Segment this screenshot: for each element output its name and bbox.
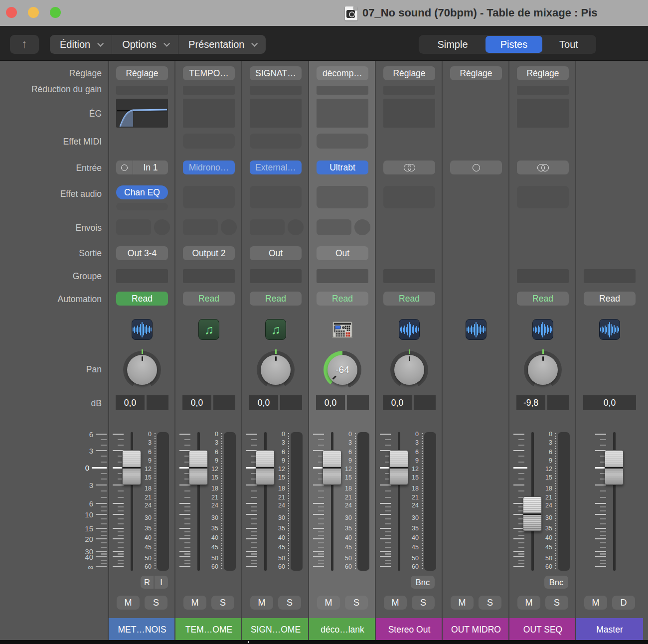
volume-value[interactable]: 0,0 [182,395,211,410]
send-slot[interactable] [116,219,151,235]
solo-button[interactable]: S [211,596,234,610]
mute-button[interactable]: M [250,596,273,610]
group-slot[interactable] [250,269,302,283]
send-slot[interactable] [183,219,218,235]
output-button[interactable]: Out [317,246,368,260]
audio-effect-slot[interactable] [317,186,368,208]
menu-presentation[interactable]: Présentation [178,35,266,54]
track-name[interactable]: OUT MIDRO [443,618,509,641]
group-slot[interactable] [584,269,636,283]
bounce-button[interactable]: Bnc [544,576,568,589]
send-knob[interactable] [154,219,170,235]
group-slot[interactable] [317,269,368,283]
solo-button[interactable]: S [278,596,301,610]
minimize-window-button[interactable] [28,7,39,18]
input-button[interactable] [383,161,435,174]
eq-display[interactable] [250,99,302,128]
menu-options[interactable]: Options [112,35,178,54]
up-arrow-button[interactable]: ↑ [10,35,39,54]
channel-settings-button[interactable]: SIGNAT… [250,66,302,80]
input-button[interactable] [450,161,502,174]
automation-mode-button[interactable]: Read [317,292,368,306]
automation-mode-button[interactable]: Read [383,292,435,306]
menu-edition[interactable]: Édition [50,35,112,54]
pan-knob[interactable]: -64 [324,351,361,389]
track-name[interactable]: MET…NOIS [109,618,175,641]
output-button[interactable]: Out [250,246,302,260]
peak-value-box[interactable] [280,395,302,410]
eq-display[interactable] [317,99,368,128]
track-name[interactable]: déco…lank [309,618,376,641]
bounce-button[interactable]: Bnc [411,576,435,589]
pan-knob[interactable] [123,351,161,389]
channel-settings-button[interactable]: Réglage [517,66,569,80]
midi-effect-slot[interactable] [250,134,302,149]
peak-value-box[interactable] [213,395,235,410]
output-button[interactable]: Out 3-4 [116,246,168,260]
channel-settings-button[interactable]: décomp… [317,66,368,80]
track-name[interactable]: Master [576,618,643,641]
output-button[interactable]: Output 2 [183,246,235,260]
mute-button[interactable]: M [183,596,206,610]
send-slot[interactable] [317,219,351,235]
peak-value-box[interactable] [347,395,369,410]
input-button[interactable]: Midrono… [183,161,235,174]
view-simple-button[interactable]: Simple [420,36,486,53]
solo-button[interactable]: S [345,596,368,610]
audio-effect-slot[interactable] [517,186,569,208]
mute-button[interactable]: M [384,596,407,610]
volume-value[interactable]: 0,0 [249,395,278,410]
automation-mode-button[interactable]: Read [250,292,302,306]
pan-knob[interactable] [390,351,428,389]
track-name[interactable]: SIGN…OME [242,618,309,641]
input-button[interactable]: External… [250,161,302,174]
audio-effect-slot[interactable] [250,186,302,208]
eq-display[interactable] [183,99,235,128]
audio-effect-slot[interactable] [116,203,168,210]
midi-effect-slot[interactable] [317,134,368,149]
volume-value[interactable]: 0,0 [583,395,636,410]
audio-effect-slot[interactable] [183,186,235,208]
input-button[interactable] [517,161,569,174]
channel-settings-button[interactable]: Réglage [116,66,168,80]
eq-display[interactable] [383,99,435,128]
automation-mode-button[interactable]: Read [183,292,235,306]
automation-mode-button[interactable]: Read [116,292,168,306]
group-slot[interactable] [517,269,569,283]
mute-button[interactable]: M [584,596,607,610]
send-knob[interactable] [221,219,237,235]
automation-mode-button[interactable]: Read [517,292,569,306]
view-tout-button[interactable]: Tout [542,36,595,53]
input-monitor-button[interactable]: I [155,576,168,589]
track-name[interactable]: OUT SEQ [509,618,576,641]
channel-settings-button[interactable]: Réglage [383,66,435,80]
eq-display[interactable] [517,99,569,128]
send-knob[interactable] [354,219,370,235]
send-slot[interactable] [250,219,285,235]
channel-settings-button[interactable]: Réglage [450,66,502,80]
scroll-indicator[interactable] [248,641,249,643]
channel-settings-button[interactable]: TEMPO… [183,66,235,80]
send-knob[interactable] [288,219,304,235]
audio-effect-slot[interactable] [383,186,435,208]
mute-button[interactable]: M [451,596,474,610]
solo-button[interactable]: S [145,596,167,610]
dim-button[interactable]: D [612,596,635,610]
peak-value-box[interactable] [414,395,436,410]
track-name[interactable]: Stereo Out [376,618,443,641]
mute-button[interactable]: M [117,596,140,610]
close-window-button[interactable] [6,7,17,18]
solo-button[interactable]: S [412,596,435,610]
input-button[interactable]: Ultrabt [317,161,368,174]
peak-value-box[interactable] [147,395,168,410]
group-slot[interactable] [183,269,235,283]
track-name[interactable]: TEM…OME [175,618,242,641]
mute-button[interactable]: M [317,596,340,610]
chan-eq-button[interactable]: Chan EQ [116,185,168,199]
solo-button[interactable]: S [479,596,501,610]
pan-knob[interactable] [257,351,295,389]
volume-value[interactable]: 0,0 [316,395,345,410]
solo-button[interactable]: S [545,596,568,610]
pan-knob[interactable] [524,351,562,389]
mute-button[interactable]: M [517,596,540,610]
